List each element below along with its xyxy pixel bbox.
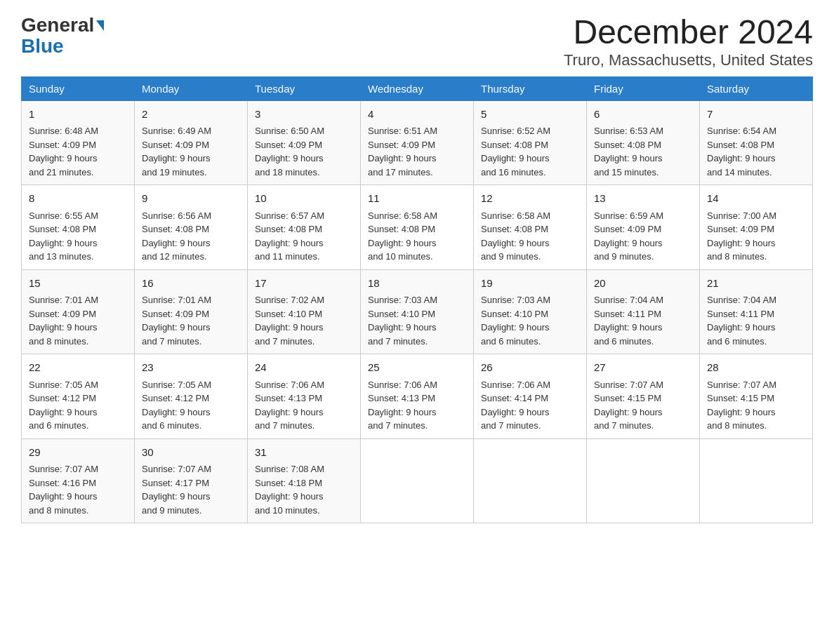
day-cell: 23 Sunrise: 7:05 AMSunset: 4:12 PMDaylig… [135,354,248,439]
day-number: 13 [594,191,692,207]
day-number: 10 [255,191,353,207]
day-number: 8 [29,191,127,207]
day-cell [587,438,700,523]
day-info: Sunrise: 7:04 AMSunset: 4:11 PMDaylight:… [707,295,776,347]
col-header-wednesday: Wednesday [361,76,474,100]
day-cell: 14 Sunrise: 7:00 AMSunset: 4:09 PMDaylig… [700,185,813,270]
week-row-5: 29 Sunrise: 7:07 AMSunset: 4:16 PMDaylig… [22,438,813,523]
day-info: Sunrise: 6:49 AMSunset: 4:09 PMDaylight:… [142,126,211,177]
day-number: 20 [594,276,692,292]
col-header-tuesday: Tuesday [248,76,361,100]
day-number: 11 [368,191,466,207]
day-info: Sunrise: 6:55 AMSunset: 4:08 PMDaylight:… [29,210,98,262]
day-number: 18 [368,276,466,292]
day-number: 26 [481,360,579,376]
day-number: 22 [29,360,127,376]
col-header-saturday: Saturday [700,76,813,100]
day-cell: 21 Sunrise: 7:04 AMSunset: 4:11 PMDaylig… [700,269,813,354]
day-info: Sunrise: 7:07 AMSunset: 4:15 PMDaylight:… [707,380,776,431]
day-cell: 3 Sunrise: 6:50 AMSunset: 4:09 PMDayligh… [248,100,361,185]
day-cell: 31 Sunrise: 7:08 AMSunset: 4:18 PMDaylig… [248,438,361,523]
day-info: Sunrise: 7:07 AMSunset: 4:15 PMDaylight:… [594,380,663,431]
calendar-table: SundayMondayTuesdayWednesdayThursdayFrid… [21,76,813,524]
col-header-friday: Friday [587,76,700,100]
day-number: 31 [255,445,353,461]
day-number: 6 [594,107,692,123]
day-number: 1 [29,107,127,123]
day-cell: 26 Sunrise: 7:06 AMSunset: 4:14 PMDaylig… [474,354,587,439]
day-cell: 17 Sunrise: 7:02 AMSunset: 4:10 PMDaylig… [248,269,361,354]
day-cell: 7 Sunrise: 6:54 AMSunset: 4:08 PMDayligh… [700,100,813,185]
day-cell: 11 Sunrise: 6:58 AMSunset: 4:08 PMDaylig… [361,185,474,270]
day-info: Sunrise: 7:03 AMSunset: 4:10 PMDaylight:… [481,295,550,347]
day-number: 21 [707,276,805,292]
day-info: Sunrise: 6:58 AMSunset: 4:08 PMDaylight:… [368,210,437,262]
day-cell: 15 Sunrise: 7:01 AMSunset: 4:09 PMDaylig… [22,269,135,354]
day-cell: 5 Sunrise: 6:52 AMSunset: 4:08 PMDayligh… [474,100,587,185]
day-number: 7 [707,107,805,123]
day-number: 3 [255,107,353,123]
day-number: 29 [29,445,127,461]
day-cell: 24 Sunrise: 7:06 AMSunset: 4:13 PMDaylig… [248,354,361,439]
day-number: 27 [594,360,692,376]
day-cell: 28 Sunrise: 7:07 AMSunset: 4:15 PMDaylig… [700,354,813,439]
day-cell: 13 Sunrise: 6:59 AMSunset: 4:09 PMDaylig… [587,185,700,270]
day-info: Sunrise: 6:53 AMSunset: 4:08 PMDaylight:… [594,126,663,177]
day-cell: 30 Sunrise: 7:07 AMSunset: 4:17 PMDaylig… [135,438,248,523]
page-title: December 2024 [564,14,813,51]
day-number: 28 [707,360,805,376]
day-info: Sunrise: 7:08 AMSunset: 4:18 PMDaylight:… [255,464,324,516]
day-info: Sunrise: 7:06 AMSunset: 4:13 PMDaylight:… [368,380,437,431]
week-row-3: 15 Sunrise: 7:01 AMSunset: 4:09 PMDaylig… [22,269,813,354]
day-info: Sunrise: 6:59 AMSunset: 4:09 PMDaylight:… [594,210,663,262]
day-info: Sunrise: 6:51 AMSunset: 4:09 PMDaylight:… [368,126,437,177]
calendar-header-row: SundayMondayTuesdayWednesdayThursdayFrid… [22,76,813,100]
day-info: Sunrise: 7:07 AMSunset: 4:17 PMDaylight:… [142,464,211,516]
page-subtitle: Truro, Massachusetts, United States [564,51,813,69]
col-header-thursday: Thursday [474,76,587,100]
day-number: 16 [142,276,240,292]
day-cell: 12 Sunrise: 6:58 AMSunset: 4:08 PMDaylig… [474,185,587,270]
day-cell: 2 Sunrise: 6:49 AMSunset: 4:09 PMDayligh… [135,100,248,185]
day-cell: 8 Sunrise: 6:55 AMSunset: 4:08 PMDayligh… [22,185,135,270]
day-cell: 4 Sunrise: 6:51 AMSunset: 4:09 PMDayligh… [361,100,474,185]
day-info: Sunrise: 7:05 AMSunset: 4:12 PMDaylight:… [142,380,211,431]
day-cell [700,438,813,523]
day-cell [361,438,474,523]
day-cell: 10 Sunrise: 6:57 AMSunset: 4:08 PMDaylig… [248,185,361,270]
day-cell: 19 Sunrise: 7:03 AMSunset: 4:10 PMDaylig… [474,269,587,354]
day-info: Sunrise: 6:52 AMSunset: 4:08 PMDaylight:… [481,126,550,177]
day-info: Sunrise: 7:01 AMSunset: 4:09 PMDaylight:… [29,295,98,347]
day-number: 24 [255,360,353,376]
week-row-2: 8 Sunrise: 6:55 AMSunset: 4:08 PMDayligh… [22,185,813,270]
logo: General Blue [21,14,104,58]
day-info: Sunrise: 7:06 AMSunset: 4:14 PMDaylight:… [481,380,550,431]
col-header-monday: Monday [135,76,248,100]
day-info: Sunrise: 7:02 AMSunset: 4:10 PMDaylight:… [255,295,324,347]
day-number: 15 [29,276,127,292]
day-cell: 1 Sunrise: 6:48 AMSunset: 4:09 PMDayligh… [22,100,135,185]
day-info: Sunrise: 7:00 AMSunset: 4:09 PMDaylight:… [707,210,776,262]
day-info: Sunrise: 7:07 AMSunset: 4:16 PMDaylight:… [29,464,98,516]
day-cell [474,438,587,523]
day-info: Sunrise: 6:54 AMSunset: 4:08 PMDaylight:… [707,126,776,177]
day-info: Sunrise: 7:01 AMSunset: 4:09 PMDaylight:… [142,295,211,347]
title-block: December 2024 Truro, Massachusetts, Unit… [564,14,813,69]
logo-general-text: General [21,14,94,36]
day-info: Sunrise: 6:50 AMSunset: 4:09 PMDaylight:… [255,126,324,177]
day-cell: 9 Sunrise: 6:56 AMSunset: 4:08 PMDayligh… [135,185,248,270]
day-info: Sunrise: 7:03 AMSunset: 4:10 PMDaylight:… [368,295,437,347]
day-cell: 29 Sunrise: 7:07 AMSunset: 4:16 PMDaylig… [22,438,135,523]
day-number: 25 [368,360,466,376]
day-info: Sunrise: 6:56 AMSunset: 4:08 PMDaylight:… [142,210,211,262]
day-cell: 6 Sunrise: 6:53 AMSunset: 4:08 PMDayligh… [587,100,700,185]
col-header-sunday: Sunday [22,76,135,100]
day-number: 17 [255,276,353,292]
day-number: 23 [142,360,240,376]
logo-triangle-icon [96,20,104,31]
day-info: Sunrise: 6:58 AMSunset: 4:08 PMDaylight:… [481,210,550,262]
day-info: Sunrise: 7:05 AMSunset: 4:12 PMDaylight:… [29,380,98,431]
day-info: Sunrise: 6:57 AMSunset: 4:08 PMDaylight:… [255,210,324,262]
day-cell: 20 Sunrise: 7:04 AMSunset: 4:11 PMDaylig… [587,269,700,354]
logo-blue-text: Blue [21,35,64,58]
